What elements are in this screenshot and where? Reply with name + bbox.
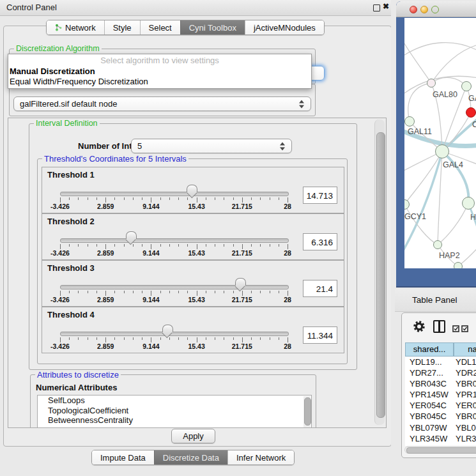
network-node[interactable] bbox=[461, 81, 472, 91]
network-node-label: GAL80 bbox=[433, 90, 457, 99]
threshold-4-slider-track[interactable] bbox=[60, 332, 289, 336]
table-data-combo[interactable]: galFiltered.sif default node bbox=[13, 96, 311, 111]
table-cell[interactable]: YBR043C bbox=[456, 378, 476, 389]
threshold-3-slider-thumb[interactable] bbox=[235, 278, 246, 286]
slider-tick bbox=[151, 244, 151, 249]
network-node[interactable] bbox=[435, 144, 449, 158]
threshold-panel-4: Threshold 4 -3.4262.8599.14415.4321.7152… bbox=[42, 307, 344, 353]
tab-discretize-data[interactable]: Discretize Data bbox=[154, 450, 227, 464]
application-window: Control Panel ✖ Network Style Select Cyn… bbox=[0, 0, 476, 476]
network-canvas[interactable]: GAL80GACGAL11GAL4GCY1HHAP2 bbox=[404, 18, 476, 268]
network-node[interactable] bbox=[466, 107, 476, 118]
float-window-icon[interactable] bbox=[373, 4, 380, 12]
slider-scale: -3.4262.8599.14415.4321.71528 bbox=[60, 342, 288, 351]
split-columns-icon[interactable] bbox=[433, 320, 445, 333]
tab-impute-data[interactable]: Impute Data bbox=[92, 450, 154, 464]
table-cell[interactable]: YBL079W bbox=[456, 422, 476, 433]
slider-scale-label: 28 bbox=[284, 342, 291, 350]
threshold-2-slider-thumb[interactable] bbox=[126, 231, 137, 239]
table-cell[interactable]: YDR27... bbox=[410, 367, 443, 378]
slider-scale-label: 28 bbox=[284, 249, 291, 257]
control-panel-title: Control Panel bbox=[6, 3, 57, 12]
popup-item-equal-width-frequency[interactable]: Equal Width/Frequency Discretization bbox=[8, 77, 311, 87]
list-item-selfloops[interactable]: SelfLoops bbox=[38, 395, 311, 406]
slider-tick bbox=[169, 244, 170, 247]
slider-tick bbox=[142, 337, 142, 340]
table-cell[interactable]: YPR145W bbox=[410, 389, 449, 400]
table-cell[interactable]: YDR27... bbox=[456, 367, 476, 378]
network-node[interactable] bbox=[454, 262, 463, 268]
settings-panel-scrollbar[interactable] bbox=[374, 119, 385, 425]
threshold-4-value-field[interactable]: 11.344 bbox=[303, 326, 337, 344]
table-cell[interactable]: YER054C bbox=[410, 400, 447, 411]
table-cell[interactable]: YER054C bbox=[456, 400, 476, 411]
tab-select[interactable]: Select bbox=[140, 20, 180, 35]
slider-tick bbox=[88, 337, 88, 340]
mac-zoom-button[interactable] bbox=[431, 6, 439, 13]
column-header-shared-name[interactable]: shared... bbox=[405, 342, 454, 357]
slider-tick bbox=[169, 337, 170, 340]
checkbox-icon[interactable] bbox=[452, 323, 459, 330]
table-cell[interactable]: YBL079W bbox=[410, 422, 447, 433]
slider-tick bbox=[114, 291, 115, 293]
gear-icon[interactable] bbox=[413, 321, 425, 335]
threshold-4-slider-thumb[interactable] bbox=[162, 325, 173, 332]
checkbox-icon[interactable] bbox=[461, 323, 468, 330]
table-cell[interactable]: YBR045C bbox=[410, 411, 447, 422]
scrollbar-thumb[interactable] bbox=[304, 397, 311, 426]
apply-button[interactable]: Apply bbox=[171, 429, 215, 443]
mac-minimize-button[interactable] bbox=[420, 6, 428, 13]
mac-close-button[interactable] bbox=[410, 6, 417, 13]
table-cell[interactable]: YPR145W bbox=[456, 389, 476, 400]
threshold-3-slider-track[interactable] bbox=[60, 285, 289, 289]
table-panel-titlebar: Table Panel bbox=[395, 289, 476, 312]
tab-network[interactable]: Network bbox=[47, 20, 104, 35]
slider-tick bbox=[96, 197, 97, 200]
combo-stepper-icon bbox=[280, 142, 286, 150]
threshold-1-value-field[interactable]: 14.713 bbox=[303, 187, 337, 204]
slider-tick bbox=[60, 337, 61, 342]
threshold-4-label: Threshold 4 bbox=[47, 310, 95, 319]
threshold-1-slider-track[interactable] bbox=[60, 192, 289, 196]
list-item-topologicalcoefficient[interactable]: TopologicalCoefficient bbox=[38, 406, 311, 416]
tab-infer-network[interactable]: Infer Network bbox=[227, 450, 294, 464]
network-node[interactable] bbox=[462, 197, 475, 210]
tab-style[interactable]: Style bbox=[104, 20, 140, 35]
table-cell[interactable]: YBR045C bbox=[456, 411, 476, 422]
popup-item-manual-discretization[interactable]: Manual Discretization bbox=[8, 66, 311, 77]
table-horizontal-scrollbar[interactable] bbox=[404, 446, 476, 454]
table-cell[interactable]: YDL19... bbox=[456, 357, 476, 367]
column-header-name[interactable]: na... bbox=[454, 342, 476, 357]
table-cell[interactable]: YLR345W bbox=[456, 433, 476, 444]
list-item-betweennesscentrality[interactable]: BetweennessCentrality bbox=[38, 415, 311, 426]
number-of-intervals-combo[interactable]: 5 bbox=[131, 139, 292, 153]
table-row[interactable]: YPR145WYPR145W bbox=[405, 389, 476, 400]
table-row[interactable]: YER054CYER054C bbox=[405, 400, 476, 411]
table-cell[interactable]: YDL19... bbox=[410, 357, 442, 367]
slider-scale-label: 28 bbox=[284, 296, 291, 303]
tab-cyni-toolbox[interactable]: Cyni Toolbox bbox=[180, 20, 245, 35]
threshold-3-value-field[interactable]: 21.4 bbox=[303, 280, 337, 297]
threshold-2-slider-track[interactable] bbox=[60, 238, 289, 243]
table-row[interactable]: YLR345WYLR345W bbox=[405, 433, 476, 444]
scrollbar-thumb[interactable] bbox=[406, 447, 476, 454]
table-row[interactable]: YBR045CYBR045C bbox=[405, 411, 476, 422]
table-cell[interactable]: YLR345W bbox=[410, 433, 447, 444]
table-row[interactable]: YBR043CYBR043C bbox=[405, 378, 476, 389]
network-window-titlebar[interactable] bbox=[396, 1, 476, 17]
threshold-2-value-field[interactable]: 6.316 bbox=[303, 233, 337, 250]
close-icon[interactable]: ✖ bbox=[383, 2, 389, 11]
table-row[interactable]: YBL079WYBL079W bbox=[405, 422, 476, 433]
threshold-1-slider-thumb[interactable] bbox=[187, 185, 197, 192]
scrollbar-thumb[interactable] bbox=[376, 132, 385, 418]
slider-tick bbox=[215, 337, 215, 340]
tab-jactivemnodules[interactable]: jActiveMNodules bbox=[245, 20, 324, 35]
attributes-list-scrollbar[interactable] bbox=[303, 396, 311, 428]
table-cell[interactable]: YBR043C bbox=[410, 378, 447, 389]
network-node[interactable] bbox=[427, 79, 436, 88]
network-node[interactable] bbox=[404, 116, 415, 127]
table-row[interactable]: YDL19...YDL19... bbox=[405, 357, 476, 367]
table-row[interactable]: YDR27...YDR27... bbox=[405, 367, 476, 378]
slider-scale-label: 9.144 bbox=[142, 203, 159, 210]
network-node[interactable] bbox=[433, 240, 442, 249]
